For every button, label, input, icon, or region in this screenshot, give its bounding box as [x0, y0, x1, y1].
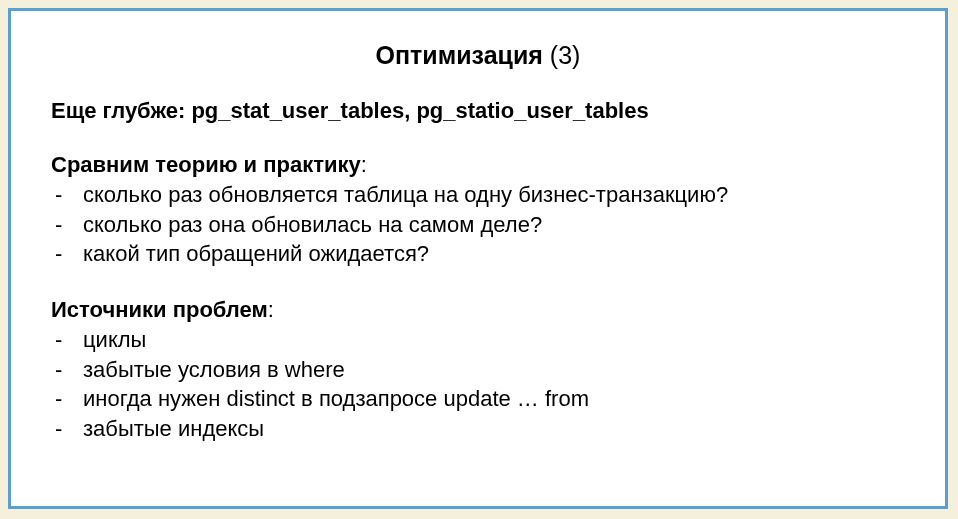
slide-frame: Оптимизация (3) Еще глубже: pg_stat_user… [8, 8, 948, 509]
list-item: какой тип обращений ожидается? [51, 239, 905, 269]
section2-title-rest: : [268, 297, 274, 322]
section2-list: циклы забытые условия в where иногда нуж… [51, 325, 905, 444]
slide-title: Оптимизация (3) [51, 41, 905, 70]
list-item: забытые условия в where [51, 355, 905, 385]
list-item: сколько раз она обновилась на самом деле… [51, 210, 905, 240]
section2-title: Источники проблем: [51, 297, 905, 323]
subhead-text: Еще глубже: pg_stat_user_tables, pg_stat… [51, 98, 905, 124]
section1-title-rest: : [361, 152, 367, 177]
list-item: иногда нужен distinct в подзапросе updat… [51, 384, 905, 414]
section1-title: Сравним теорию и практику: [51, 152, 905, 178]
section-problem-sources: Источники проблем: циклы забытые условия… [51, 297, 905, 444]
list-item: забытые индексы [51, 414, 905, 444]
slide-title-bold: Оптимизация [376, 41, 543, 69]
section-theory-practice: Сравним теорию и практику: сколько раз о… [51, 152, 905, 269]
list-item: сколько раз обновляется таблица на одну … [51, 180, 905, 210]
slide-title-rest: (3) [543, 41, 581, 69]
section2-title-bold: Источники проблем [51, 297, 268, 322]
subhead-block: Еще глубже: pg_stat_user_tables, pg_stat… [51, 98, 905, 124]
list-item: циклы [51, 325, 905, 355]
section1-list: сколько раз обновляется таблица на одну … [51, 180, 905, 269]
section1-title-bold: Сравним теорию и практику [51, 152, 361, 177]
